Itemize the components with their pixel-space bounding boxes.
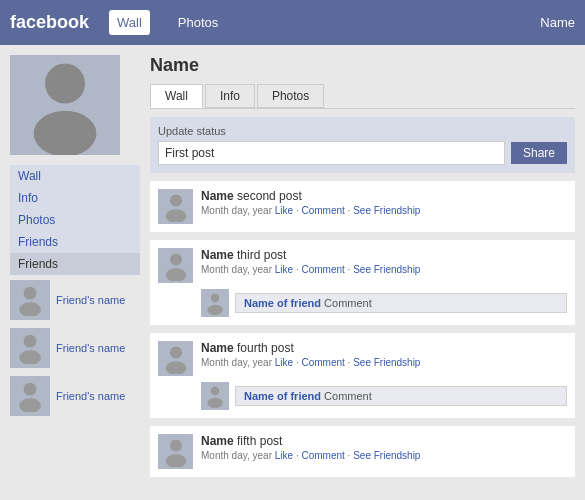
nav-wall[interactable]: Wall xyxy=(109,10,150,35)
post-author[interactable]: Name xyxy=(201,248,234,262)
status-label: Update status xyxy=(158,125,567,137)
post-meta: Month day, year Like · Comment · See Fri… xyxy=(201,357,567,368)
svg-point-1 xyxy=(34,111,97,155)
svg-point-12 xyxy=(211,294,220,303)
profile-tabs: Wall Info Photos xyxy=(150,84,575,109)
friend-name-3[interactable]: Friend's name xyxy=(56,390,125,402)
like-link[interactable]: Like xyxy=(275,450,293,461)
comment-link[interactable]: Comment xyxy=(301,357,344,368)
post-body: Name fifth post Month day, year Like · C… xyxy=(201,434,567,469)
nav-links: Wall Photos xyxy=(109,10,540,35)
comment-box: Name of friend Comment xyxy=(235,293,567,313)
nav-right-name[interactable]: Name xyxy=(540,15,575,30)
post-avatar xyxy=(158,189,193,224)
post-header: Name fourth post xyxy=(201,341,567,355)
sidebar-item-wall[interactable]: Wall xyxy=(10,165,140,187)
svg-point-9 xyxy=(165,209,186,222)
svg-point-17 xyxy=(207,398,222,408)
post-avatar-icon xyxy=(161,192,191,222)
top-nav: facebook Wall Photos Name xyxy=(0,0,585,45)
comment-avatar xyxy=(201,289,229,317)
post-body: Name second post Month day, year Like · … xyxy=(201,189,567,224)
status-input[interactable] xyxy=(158,141,505,165)
sidebar-item-friends[interactable]: Friends xyxy=(10,231,140,253)
friendship-link[interactable]: See Friendship xyxy=(353,264,420,275)
like-link[interactable]: Like xyxy=(275,357,293,368)
comment-author[interactable]: Name of friend xyxy=(244,297,321,309)
like-link[interactable]: Like xyxy=(275,205,293,216)
post-main: Name second post Month day, year Like · … xyxy=(158,189,567,224)
post-1: Name second post Month day, year Like · … xyxy=(150,181,575,232)
share-button[interactable]: Share xyxy=(511,142,567,164)
svg-point-10 xyxy=(170,253,182,265)
post-author[interactable]: Name xyxy=(201,341,234,355)
svg-point-6 xyxy=(24,383,37,396)
status-area: Update status Share xyxy=(150,117,575,173)
comment-avatar xyxy=(201,382,229,410)
friend-avatar-icon xyxy=(16,380,44,412)
comment-link[interactable]: Comment xyxy=(301,264,344,275)
friendship-link[interactable]: See Friendship xyxy=(353,450,420,461)
friend-name-1[interactable]: Friend's name xyxy=(56,294,125,306)
post-header: Name third post xyxy=(201,248,567,262)
comment-area: Name of friend Comment xyxy=(201,289,567,317)
friendship-link[interactable]: See Friendship xyxy=(353,357,420,368)
friend-avatar-icon xyxy=(16,332,44,364)
comment-text: Comment xyxy=(324,390,372,402)
sidebar-section-friends: Friends xyxy=(10,253,140,275)
tab-wall[interactable]: Wall xyxy=(150,84,203,108)
post-body: Name fourth post Month day, year Like · … xyxy=(201,341,567,376)
svg-point-16 xyxy=(211,387,220,396)
svg-point-19 xyxy=(165,454,186,467)
post-text: second post xyxy=(237,189,302,203)
sidebar: Wall Info Photos Friends Friends Friend'… xyxy=(10,55,140,485)
profile-avatar-icon xyxy=(10,55,120,155)
nav-photos[interactable]: Photos xyxy=(170,10,226,35)
svg-point-18 xyxy=(170,439,182,451)
post-avatar xyxy=(158,434,193,469)
list-item: Friend's name xyxy=(10,328,140,368)
profile-avatar xyxy=(10,55,120,155)
svg-point-3 xyxy=(19,302,41,316)
profile-name: Name xyxy=(150,55,575,76)
comment-area: Name of friend Comment xyxy=(201,382,567,410)
list-item: Friend's name xyxy=(10,280,140,320)
post-meta: Month day, year Like · Comment · See Fri… xyxy=(201,450,567,461)
post-avatar-icon xyxy=(161,344,191,374)
post-text: third post xyxy=(237,248,286,262)
comment-author[interactable]: Name of friend xyxy=(244,390,321,402)
svg-point-11 xyxy=(165,268,186,281)
friend-avatar-3 xyxy=(10,376,50,416)
tab-info[interactable]: Info xyxy=(205,84,255,108)
comment-link[interactable]: Comment xyxy=(301,205,344,216)
comment-avatar-icon xyxy=(204,384,226,408)
sidebar-item-photos[interactable]: Photos xyxy=(10,209,140,231)
comment-link[interactable]: Comment xyxy=(301,450,344,461)
post-3: Name fourth post Month day, year Like · … xyxy=(150,333,575,418)
friend-name-2[interactable]: Friend's name xyxy=(56,342,125,354)
post-text: fifth post xyxy=(237,434,282,448)
post-avatar xyxy=(158,248,193,283)
content-area: Name Wall Info Photos Update status Shar… xyxy=(150,55,575,485)
svg-point-4 xyxy=(24,335,37,348)
like-link[interactable]: Like xyxy=(275,264,293,275)
svg-point-8 xyxy=(170,194,182,206)
main-content: Wall Info Photos Friends Friends Friend'… xyxy=(0,45,585,495)
post-text: fourth post xyxy=(237,341,294,355)
brand-logo[interactable]: facebook xyxy=(10,12,89,33)
post-meta: Month day, year Like · Comment · See Fri… xyxy=(201,264,567,275)
svg-point-7 xyxy=(19,398,41,412)
friendship-link[interactable]: See Friendship xyxy=(353,205,420,216)
sidebar-item-info[interactable]: Info xyxy=(10,187,140,209)
post-author[interactable]: Name xyxy=(201,189,234,203)
post-2: Name third post Month day, year Like · C… xyxy=(150,240,575,325)
tab-photos[interactable]: Photos xyxy=(257,84,324,108)
post-author[interactable]: Name xyxy=(201,434,234,448)
post-avatar-icon xyxy=(161,437,191,467)
status-row: Share xyxy=(158,141,567,165)
post-header: Name second post xyxy=(201,189,567,203)
sidebar-nav: Wall Info Photos Friends Friends xyxy=(10,165,140,275)
friend-avatar-icon xyxy=(16,284,44,316)
svg-point-14 xyxy=(170,346,182,358)
post-body: Name third post Month day, year Like · C… xyxy=(201,248,567,283)
